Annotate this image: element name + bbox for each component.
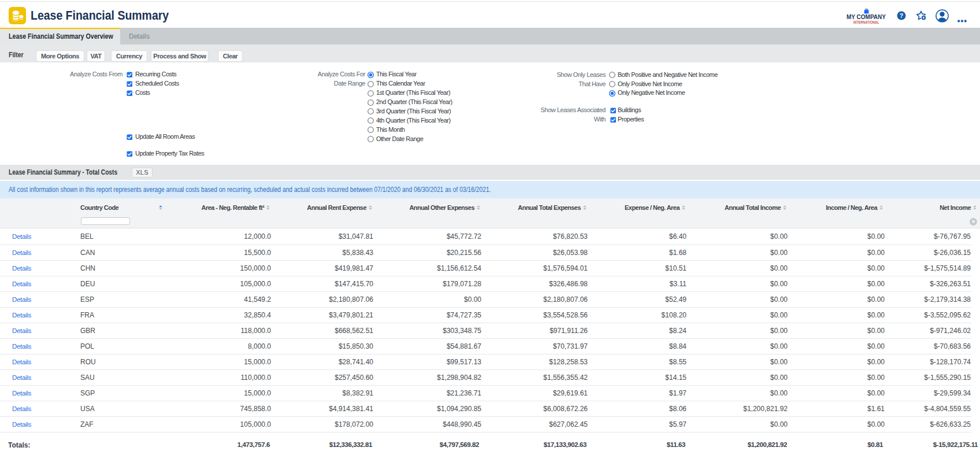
svg-text:?: ?: [900, 12, 903, 19]
